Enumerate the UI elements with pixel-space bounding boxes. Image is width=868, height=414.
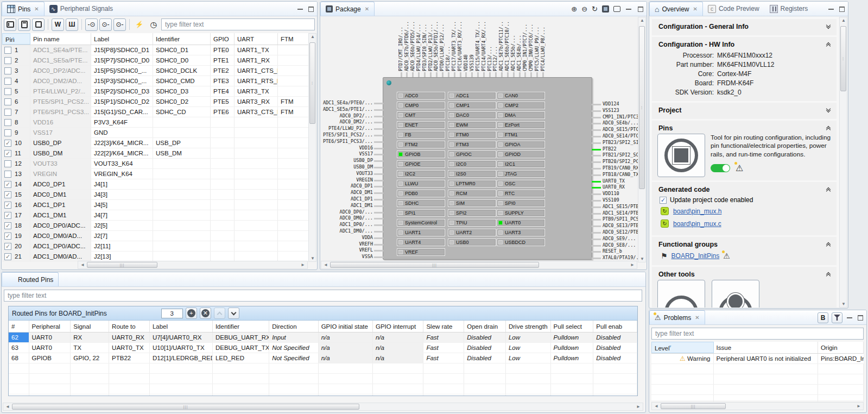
table-row[interactable]: ✓18ADC0_DP0/ADC...J2[5] [2,221,309,231]
pin-checkbox[interactable] [4,171,11,178]
column-header[interactable]: Route to [109,321,150,332]
pin-stub-right[interactable] [592,245,601,247]
peripheral-block-uart4[interactable]: UART4 [397,239,445,246]
column-header[interactable]: Direction [269,321,319,332]
pin-stub-right[interactable] [592,193,601,195]
pin-stub-left[interactable] [374,135,383,136]
package-pin-label-top[interactable]: VSS139 [470,20,474,71]
pin-stub-top[interactable] [471,72,473,77]
waveform-m-button[interactable]: Ш [66,18,78,31]
pin-stub-top[interactable] [530,72,532,77]
pins-filter-input[interactable] [161,18,315,30]
peripheral-block-lptmr0[interactable]: LPTMR0 [448,180,496,187]
move-down-button[interactable] [228,308,239,319]
peripheral-block-uart1[interactable]: UART1 [397,229,445,236]
column-header[interactable]: Identifier [153,33,211,45]
pin-stub-left[interactable] [374,212,383,214]
pin-stub-left[interactable] [374,141,383,143]
section-pins[interactable]: Pins Tool for pin routing configuration,… [652,121,837,180]
peripheral-block-systemcontrol[interactable]: SystemControl [397,219,445,227]
pin-stub-right[interactable] [592,187,601,189]
peripheral-block-ezport[interactable]: EzPort [497,121,545,129]
package-pin-label-right[interactable]: UART0_TX [603,179,638,184]
pin-stub-right[interactable] [592,213,601,215]
pin-stub-left[interactable] [374,160,383,162]
filter-funnel-button[interactable] [832,312,842,323]
pins-vscrollbar[interactable]: ▲ ᎒ ▼ [308,33,316,262]
pin-stub-right[interactable] [592,142,601,144]
package-pin-label-right[interactable]: VDD124 [603,102,638,106]
other-tool-button-1[interactable] [657,280,705,308]
pin-stub-top[interactable] [524,72,526,77]
maximize-icon[interactable] [307,6,315,12]
section-generated-code[interactable]: Generated code ✓ Update project code ena… [652,182,837,235]
peripheral-block-can0[interactable]: CAN0 [497,92,545,99]
pin-stub-left[interactable] [374,250,383,252]
pin-stub-left[interactable] [374,199,383,200]
package-vscrollbar[interactable]: ▲ ᎒ ▼ [638,17,646,262]
package-pin-label-right[interactable]: ADC1_SE15/PTB [603,204,638,209]
chevron-up-icon[interactable] [827,43,830,46]
pin-checkbox[interactable]: ✓ [4,233,11,240]
column-header[interactable]: # [9,321,29,332]
column-header[interactable]: Peripheral [29,321,71,332]
column-header[interactable]: UART [235,33,278,45]
package-pin-label-top[interactable]: ADC1_SE7b/PTC11/... [499,20,504,71]
pin-stub-right[interactable] [592,155,601,156]
package-pin-label-left[interactable]: VSS17 [322,152,373,156]
pin-stub-left[interactable] [374,244,383,246]
package-pin-label-top[interactable]: PTC17/UART3_TX/... [452,20,457,71]
chevron-up-icon[interactable] [827,243,830,246]
table-row[interactable]: 9VSS17GND [2,128,309,138]
zoom-out-icon[interactable]: ⊖ [581,5,587,13]
tab-registers[interactable]: Registers [765,2,814,16]
package-pin-label-top[interactable]: CMP0_IN1/PTC7/... [523,20,528,71]
column-header[interactable]: Drive strength [506,321,551,332]
tab-package-close-icon[interactable]: ✕ [365,6,369,12]
pin-stub-top[interactable] [483,72,485,77]
waveform-w-button[interactable]: W [52,18,64,31]
pin-stub-top[interactable] [430,72,432,77]
pin-stub-left[interactable] [374,186,383,187]
chevron-up-icon[interactable] [827,188,830,191]
package-pin-label-right[interactable]: VSS123 [603,108,638,113]
pin-stub-right[interactable] [592,129,601,131]
package-pin-label-left[interactable]: ADC0_DM1 [322,190,373,195]
package-pin-label-left[interactable]: VREGIN [322,178,373,183]
table-row[interactable]: ✓17ADC1_DM1J4[7] [2,210,309,221]
column-header[interactable]: Label [150,321,213,332]
package-pin-label-top[interactable]: PTC14/UART4_RX/... [481,20,486,71]
remove-pin-button[interactable]: ✕ [200,308,211,319]
peripheral-block-sdhc[interactable]: SDHC [397,199,445,207]
package-pin-label-top[interactable]: PTD2/LLWU_P13/... [428,20,433,71]
pin-stub-right[interactable] [592,232,601,234]
section-other-tools[interactable]: Other tools [652,267,837,308]
package-pin-label-top[interactable]: VDD140 [464,20,468,71]
package-pin-label-right[interactable]: PTB19/CAN0_RX [603,166,638,171]
package-pin-label-top[interactable]: PTD0/LLWU_P12/... [440,20,445,71]
overview-minimize-icon[interactable] [827,6,835,12]
table-row[interactable]: ✓16ADC1_DP1J4[5] [2,200,309,210]
section-hw-info[interactable]: Configuration - HW Info Processor:MK64FN… [652,37,837,101]
problem-row[interactable]: ⚠ WarningPeripheral UART0 is not initial… [651,354,864,364]
pin-stub-right[interactable] [592,239,601,240]
pin-stub-right[interactable] [592,251,601,253]
pin-checkbox[interactable]: ✓ [4,140,11,147]
problems-minimize-icon[interactable] [846,315,853,321]
package-pin-label-right[interactable]: ADC0_SE14/PTC [603,134,638,139]
pin-stub-right[interactable] [592,200,601,202]
pin-checkbox[interactable]: ✓ [4,150,11,157]
column-header[interactable]: Open drain [464,321,506,332]
package-canvas[interactable]: PTD7/CMT_IRO/...ADC0_SE7b/PTD6/...ADC0_S… [321,17,638,262]
pin-stub-left[interactable] [374,231,383,233]
peripheral-block-enet[interactable]: ENET [397,121,445,129]
package-pin-label-left[interactable]: VREFL [322,248,373,253]
table-row[interactable]: 8VDD16P3V3_K64F [2,117,309,128]
column-header[interactable]: Pin [2,33,30,45]
pin-stub-left[interactable] [374,148,383,149]
problems-hscrollbar[interactable]: ◄ ||| ► [651,402,864,410]
peripheral-block-adc0[interactable]: ADC0 [397,92,445,99]
pin-stub-right[interactable] [592,206,601,208]
pin-output-button[interactable]: ⊙- [99,18,112,31]
pins-tool-toggle[interactable] [711,164,730,172]
